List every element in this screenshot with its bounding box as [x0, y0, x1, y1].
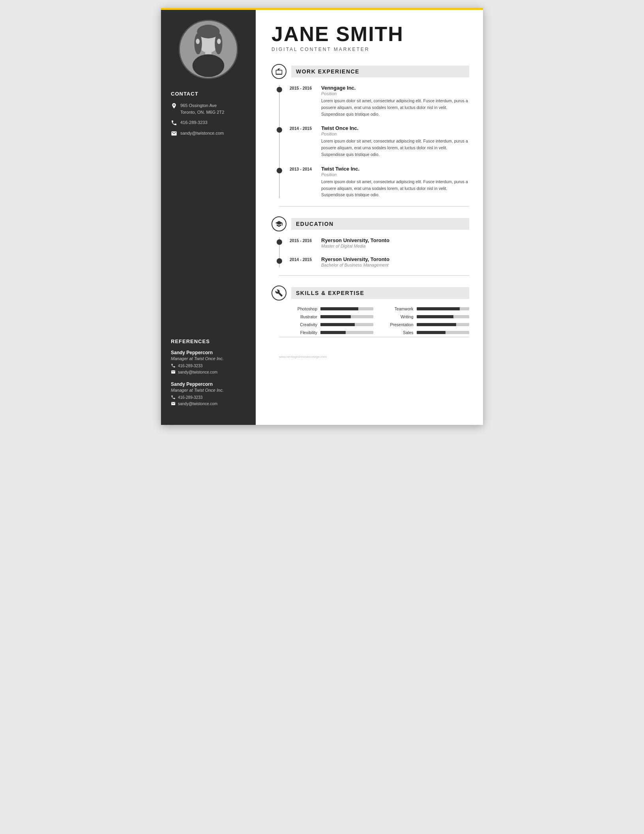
- skill-right-2: Presentation: [385, 322, 470, 327]
- edu-divider: [279, 275, 469, 276]
- address-text: 965 Ossington Ave Toronto, ON. M6G 2T2: [180, 102, 224, 115]
- skill-right-bar-bg-0: [417, 307, 470, 310]
- work-desc-2: Lorem ipsum dolor sit amet, consectetur …: [321, 178, 469, 198]
- work-position-0: Position: [321, 91, 469, 96]
- work-section-header: WORK EXPERIENCE: [271, 64, 469, 79]
- work-entry-2: 2013 - 2014 Twist Twice Inc. Position Lo…: [290, 166, 469, 198]
- skill-right-bar-fill-1: [417, 315, 453, 318]
- skills-divider: [279, 337, 469, 337]
- header: JANE SMITH DIGITAL CONTENT MARKETER: [271, 24, 469, 64]
- skill-right-label-1: Writing: [385, 314, 414, 319]
- skill-right-bar-bg-1: [417, 315, 470, 318]
- references-section: REFERENCES Sandy Peppercorn Manager at T…: [171, 331, 246, 413]
- skill-left-1: Illustrator: [289, 314, 373, 319]
- work-desc-1: Lorem ipsum dolor sit amet, consectetur …: [321, 138, 469, 158]
- sidebar: CONTACT 965 Ossington Ave Toronto, ON. M…: [161, 8, 256, 425]
- skill-right-bar-fill-3: [417, 331, 446, 334]
- skill-left-bar-fill-0: [320, 307, 358, 310]
- work-date-1: 2014 - 2015: [290, 125, 321, 158]
- work-entry-0: 2015 - 2016 Venngage Inc. Position Lorem…: [290, 85, 469, 117]
- avatar-container: [171, 20, 246, 79]
- edu-institution-0: Ryerson University, Toronto: [321, 237, 469, 243]
- skill-left-label-2: Creativity: [289, 322, 317, 327]
- skill-right-3: Sales: [385, 330, 470, 335]
- skill-left-bar-fill-2: [320, 323, 355, 326]
- work-timeline: 2015 - 2016 Venngage Inc. Position Lorem…: [279, 85, 469, 198]
- edu-section-header: EDUCATION: [271, 216, 469, 231]
- work-date-2: 2013 - 2014: [290, 166, 321, 198]
- work-company-1: Twist Once Inc.: [321, 125, 469, 131]
- skill-left-0: Photoshop: [289, 306, 373, 311]
- contact-title: CONTACT: [171, 91, 246, 97]
- edu-entry-1: 2014 - 2015 Ryerson University, Toronto …: [290, 256, 469, 267]
- edu-institution-1: Ryerson University, Toronto: [321, 256, 469, 262]
- work-body-0: Venngage Inc. Position Lorem ipsum dolor…: [321, 85, 469, 117]
- edu-degree-1: Bachelor of Business Management: [321, 263, 469, 267]
- skill-right-0: Teamwork: [385, 306, 470, 311]
- ref1-phone-icon: [171, 363, 176, 368]
- skills-section: SKILLS & EXPERTISE Photoshop Teamwork Il…: [271, 286, 469, 337]
- edu-degree-0: Master of Digital Media: [321, 244, 469, 248]
- skill-right-1: Writing: [385, 314, 470, 319]
- location-icon: [171, 103, 177, 109]
- skills-section-header: SKILLS & EXPERTISE: [271, 286, 469, 301]
- phone-item: 416-289-3233: [171, 119, 246, 126]
- email-text: sandy@twistonce.com: [180, 130, 224, 137]
- tools-icon: [275, 289, 283, 297]
- skill-left-2: Creativity: [289, 322, 373, 327]
- edu-body-1: Ryerson University, Toronto Bachelor of …: [321, 256, 469, 267]
- skill-left-bar-bg-1: [320, 315, 373, 318]
- briefcase-icon: [275, 68, 283, 75]
- candidate-title: DIGITAL CONTENT MARKETER: [271, 47, 469, 52]
- education-section: EDUCATION 2015 - 2016 Ryerson University…: [271, 216, 469, 276]
- work-experience-section: WORK EXPERIENCE 2015 - 2016 Venngage Inc…: [271, 64, 469, 207]
- edu-body-0: Ryerson University, Toronto Master of Di…: [321, 237, 469, 248]
- skill-left-bar-fill-1: [320, 315, 351, 318]
- svg-point-8: [217, 39, 221, 44]
- phone-text: 416-289-3233: [180, 119, 208, 126]
- ref2-phone-icon: [171, 395, 176, 400]
- edu-date-0: 2015 - 2016: [290, 237, 321, 248]
- skill-left-label-1: Illustrator: [289, 314, 317, 319]
- ref1-email: sandy@twistonce.com: [171, 370, 246, 374]
- ref1-phone: 416-289-3233: [171, 363, 246, 368]
- ref2-email: sandy@twistonce.com: [171, 401, 246, 406]
- resume-container: CONTACT 965 Ossington Ave Toronto, ON. M…: [161, 8, 483, 425]
- references-title: REFERENCES: [171, 338, 246, 344]
- contact-section: CONTACT 965 Ossington Ave Toronto, ON. M…: [171, 91, 246, 141]
- skill-right-bar-fill-2: [417, 323, 456, 326]
- ref2-name: Sandy Peppercorn: [171, 381, 246, 387]
- skill-left-bar-fill-3: [320, 331, 346, 334]
- skill-right-bar-bg-2: [417, 323, 470, 326]
- ref2-title: Manager at Twist Once Inc.: [171, 388, 246, 393]
- ref1-name: Sandy Peppercorn: [171, 350, 246, 355]
- edu-date-1: 2014 - 2015: [290, 256, 321, 267]
- edu-entry-0: 2015 - 2016 Ryerson University, Toronto …: [290, 237, 469, 248]
- work-body-1: Twist Once Inc. Position Lorem ipsum dol…: [321, 125, 469, 158]
- work-company-2: Twist Twice Inc.: [321, 166, 469, 172]
- address-item: 965 Ossington Ave Toronto, ON. M6G 2T2: [171, 102, 246, 115]
- edu-section-title: EDUCATION: [291, 218, 469, 230]
- candidate-name: JANE SMITH: [271, 24, 469, 44]
- work-section-title: WORK EXPERIENCE: [291, 66, 469, 77]
- svg-point-7: [196, 39, 200, 44]
- email-icon: [171, 130, 177, 137]
- skills-section-title: SKILLS & EXPERTISE: [291, 287, 469, 299]
- svg-point-6: [193, 54, 225, 77]
- phone-icon: [171, 120, 177, 126]
- skills-grid: Photoshop Teamwork Illustrator Writing: [279, 306, 469, 335]
- ref1-email-icon: [171, 370, 176, 374]
- avatar: [179, 20, 238, 79]
- work-icon-circle: [271, 64, 286, 79]
- skill-left-3: Flexibility: [289, 330, 373, 335]
- skill-right-label-2: Presentation: [385, 322, 414, 327]
- reference-item-2: Sandy Peppercorn Manager at Twist Once I…: [171, 381, 246, 406]
- work-divider: [279, 206, 469, 207]
- skills-icon-circle: [271, 286, 286, 301]
- skill-right-label-3: Sales: [385, 330, 414, 335]
- work-entry-1: 2014 - 2015 Twist Once Inc. Position Lor…: [290, 125, 469, 158]
- main-content: JANE SMITH DIGITAL CONTENT MARKETER WORK…: [256, 8, 483, 425]
- work-body-2: Twist Twice Inc. Position Lorem ipsum do…: [321, 166, 469, 198]
- avatar-illustration: [180, 21, 237, 78]
- ref1-title: Manager at Twist Once Inc.: [171, 356, 246, 361]
